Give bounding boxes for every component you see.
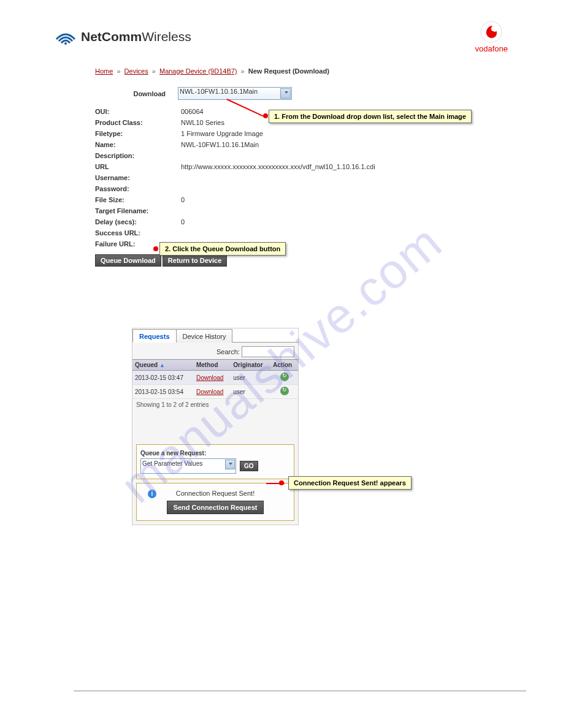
breadcrumb-current: New Request (Download) <box>248 67 329 75</box>
delay-value: 0 <box>181 216 185 227</box>
pclass-value: NWL10 Series <box>181 117 224 128</box>
svg-point-0 <box>64 42 67 45</box>
page-header: NetCommWireless vodafone <box>55 18 508 55</box>
cell-queued: 2013-02-15 03:54 <box>132 385 194 399</box>
search-row: Search: <box>132 343 298 359</box>
pass-label: Password: <box>95 183 166 194</box>
cell-orig: user <box>231 385 270 399</box>
fsize-value: 0 <box>181 194 185 205</box>
footer-divider <box>74 691 526 691</box>
callout-1: 1. From the Download drop down list, sel… <box>269 110 472 123</box>
callout-arrow <box>266 483 285 484</box>
pclass-label: Product Class: <box>95 117 166 128</box>
search-input[interactable] <box>242 346 294 357</box>
connection-box: i Connection Request Sent! Send Connecti… <box>136 483 294 521</box>
user-label: Username: <box>95 172 166 183</box>
breadcrumb-sep: » <box>117 67 120 75</box>
tab-requests[interactable]: Requests <box>132 329 177 343</box>
cell-method-link[interactable]: Download <box>196 374 223 381</box>
ftype-value: 1 Firmware Upgrade Image <box>181 128 263 139</box>
breadcrumb-manage[interactable]: Manage Device (9D14B7) <box>159 67 237 75</box>
name-label: Name: <box>95 139 166 150</box>
th-action[interactable]: Action <box>270 360 298 371</box>
refresh-icon[interactable] <box>280 387 289 395</box>
showing-text: Showing 1 to 2 of 2 entries <box>132 399 298 411</box>
url-label: URL <box>95 161 166 172</box>
vodafone-text: vodafone <box>475 44 508 53</box>
breadcrumb-home[interactable]: Home <box>95 67 113 75</box>
queue-select[interactable]: Get Parameter Values <box>140 458 236 474</box>
cell-queued: 2013-02-15 03:47 <box>132 371 194 385</box>
tab-device-history[interactable]: Device History <box>176 329 233 343</box>
th-queued[interactable]: Queued ▲ <box>132 360 194 371</box>
conn-status-text: Connection Request Sent! <box>176 490 255 497</box>
breadcrumb-sep: » <box>241 67 245 75</box>
brand-name: NetCommWireless <box>81 29 191 44</box>
breadcrumb-sep: » <box>152 67 156 75</box>
desc-label: Description: <box>95 150 166 161</box>
breadcrumb-devices[interactable]: Devices <box>124 67 148 75</box>
callout-2: 2. Click the Queue Download button <box>159 242 286 256</box>
go-button[interactable]: GO <box>240 461 258 471</box>
cell-orig: user <box>231 371 270 385</box>
callout-3: Connection Request Sent! appears <box>288 476 412 490</box>
queue-label: Queue a new Request: <box>140 450 290 457</box>
download-label: Download <box>95 88 178 99</box>
cell-method-link[interactable]: Download <box>196 389 223 395</box>
oui-label: OUI: <box>95 106 166 117</box>
table-row: 2013-02-15 03:54 Download user <box>132 385 298 399</box>
return-to-device-button[interactable]: Return to Device <box>163 254 227 267</box>
requests-panel: Requests Device History Search: Queued ▲… <box>132 328 299 525</box>
callout-dot <box>263 113 268 118</box>
panel-tabs: Requests Device History <box>132 328 298 343</box>
th-originator[interactable]: Originator <box>231 360 270 371</box>
download-select[interactable]: NWL-10FW1.10.16.1Main <box>178 87 292 100</box>
info-icon: i <box>148 490 156 498</box>
th-method[interactable]: Method <box>194 360 231 371</box>
tfile-label: Target Filename: <box>95 205 166 216</box>
surl-label: Success URL: <box>95 227 166 238</box>
sort-asc-icon: ▲ <box>159 362 165 368</box>
breadcrumb: Home » Devices » Manage Device (9D14B7) … <box>95 67 508 75</box>
conn-status-row: i Connection Request Sent! <box>140 490 290 497</box>
refresh-icon[interactable] <box>280 373 289 381</box>
delay-label: Delay (secs): <box>95 216 166 227</box>
search-label: Search: <box>216 348 240 355</box>
wifi-icon <box>55 28 76 45</box>
queue-download-button[interactable]: Queue Download <box>95 254 161 267</box>
queue-value: Get Parameter Values <box>142 460 202 467</box>
name-value: NWL-10FW1.10.16.1Main <box>181 139 259 150</box>
callout-dot <box>153 246 158 251</box>
fsize-label: File Size: <box>95 194 166 205</box>
requests-table: Queued ▲ Method Originator Action 2013-0… <box>132 359 298 399</box>
vodafone-icon <box>480 21 502 43</box>
oui-value: 006064 <box>181 106 204 117</box>
download-form: Download NWL-10FW1.10.16.1Main OUI:00606… <box>95 87 508 267</box>
netcomm-logo: NetCommWireless <box>55 28 191 45</box>
url-value: http://www.xxxxx.xxxxxxx.xxxxxxxxx.xxx/v… <box>181 161 375 172</box>
vodafone-logo: vodafone <box>475 21 508 53</box>
queue-request-box: Queue a new Request: Get Parameter Value… <box>136 444 294 479</box>
download-value: NWL-10FW1.10.16.1Main <box>180 88 258 95</box>
ftype-label: Filetype: <box>95 128 166 139</box>
send-connection-button[interactable]: Send Connection Request <box>167 501 264 514</box>
table-row: 2013-02-15 03:47 Download user <box>132 371 298 385</box>
